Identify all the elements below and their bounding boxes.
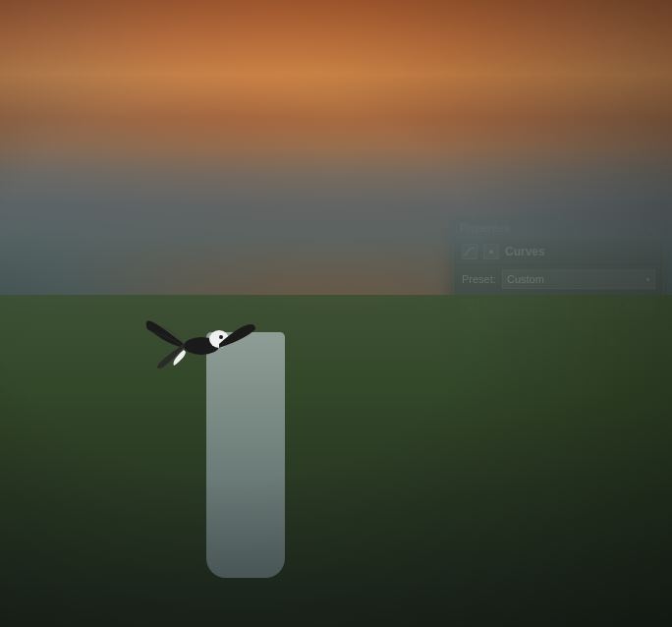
- svg-point-3: [219, 335, 223, 339]
- eagle: [142, 305, 260, 383]
- forest-layer: [0, 295, 672, 627]
